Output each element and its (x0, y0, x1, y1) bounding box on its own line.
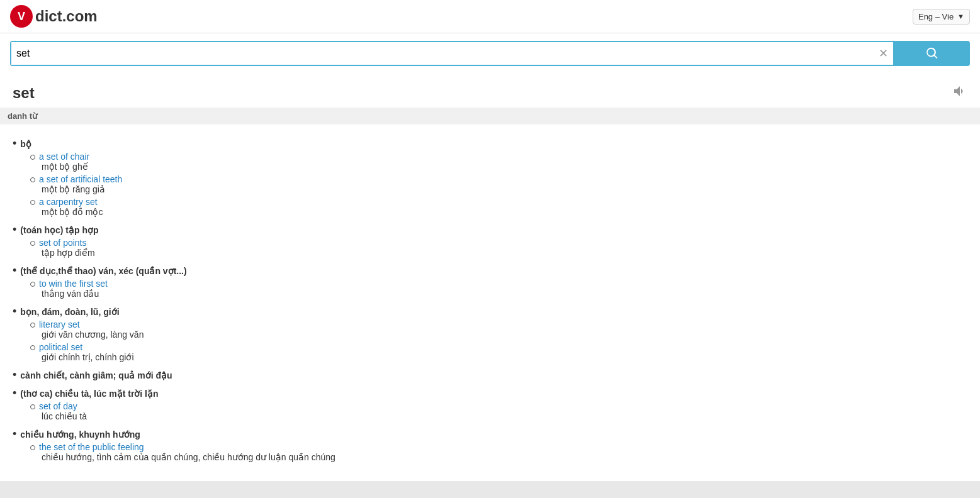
example-item: set of daylúc chiều tà (30, 400, 967, 423)
example-link[interactable]: the set of the public feeling (39, 442, 144, 452)
search-icon (925, 47, 939, 60)
example-link[interactable]: a set of artificial teeth (39, 174, 122, 184)
word-heading: set (13, 84, 35, 102)
def-label: bộ (20, 139, 31, 149)
example-item: to win the first setthắng ván đầu (30, 277, 967, 300)
example-translation: giới văn chương, làng văn (30, 329, 967, 340)
example-item: a set of artificial teethmột bộ răng giả (30, 173, 967, 196)
pos-header: danh từ (0, 108, 980, 124)
example-item: the set of the public feelingchiều hướng… (30, 441, 967, 463)
bullet-circle (30, 323, 35, 328)
word-title: set (13, 84, 967, 102)
sound-icon[interactable] (952, 84, 967, 102)
definition-item: •bọn, đám, đoàn, lũ, giớiliterary setgiớ… (13, 302, 967, 366)
def-label: chiều hướng, khuynh hướng (20, 429, 140, 440)
def-label: bọn, đám, đoàn, lũ, giới (20, 307, 119, 317)
bullet-circle (30, 345, 35, 350)
lang-selector[interactable]: Eng – Vie ▼ (913, 9, 970, 25)
example-link[interactable]: literary set (39, 319, 80, 329)
clear-button[interactable]: ✕ (874, 47, 893, 60)
lang-selector-label: Eng – Vie (918, 12, 954, 21)
example-link[interactable]: a set of chair (39, 152, 89, 162)
example-translation: chiều hướng, tình cảm của quần chúng, ch… (30, 452, 967, 462)
example-item: political setgiới chính trị, chính giới (30, 341, 967, 363)
example-link[interactable]: set of day (39, 401, 77, 411)
def-label: (thể dục,thể thao) ván, xéc (quần vợt...… (20, 266, 186, 276)
example-translation: lúc chiều tà (30, 411, 967, 421)
logo-icon: V (10, 5, 33, 28)
def-label: (toán học) tập hợp (20, 225, 98, 235)
example-link[interactable]: political set (39, 342, 82, 352)
example-translation: giới chính trị, chính giới (30, 352, 967, 362)
search-button[interactable] (894, 41, 970, 66)
bullet-circle (30, 282, 35, 287)
example-translation: tập hợp điểm (30, 248, 967, 258)
chevron-down-icon: ▼ (957, 13, 964, 20)
search-area: set ✕ (0, 33, 980, 74)
example-link[interactable]: a carpentry set (39, 197, 98, 207)
bullet-circle (30, 200, 35, 205)
def-label: (thơ ca) chiều tà, lúc mặt trời lặn (20, 389, 158, 399)
definition-item: •(thể dục,thể thao) ván, xéc (quần vợt..… (13, 262, 967, 302)
search-input[interactable]: set (11, 42, 874, 65)
example-translation: một bộ răng giả (30, 184, 967, 194)
example-item: a carpentry setmột bộ đồ mộc (30, 196, 967, 218)
main-content: set danh từ •bộa set of chairmột bộ ghếa… (0, 74, 980, 481)
logo: V dict.com (10, 5, 98, 28)
header: V dict.com Eng – Vie ▼ (0, 0, 980, 33)
example-translation: một bộ đồ mộc (30, 207, 967, 217)
bullet-circle (30, 404, 35, 409)
example-translation: thắng ván đầu (30, 289, 967, 299)
example-link[interactable]: to win the first set (39, 279, 108, 289)
example-item: set of pointstập hợp điểm (30, 236, 967, 259)
example-item: literary setgiới văn chương, làng văn (30, 318, 967, 341)
def-label: cành chiết, cành giâm; quả mới đậu (20, 370, 172, 380)
bullet-circle (30, 445, 35, 450)
example-item: a set of chairmột bộ ghế (30, 150, 967, 173)
definitions: •bộa set of chairmột bộ ghếa set of arti… (13, 130, 967, 471)
definition-item: •(toán học) tập hợpset of pointstập hợp … (13, 221, 967, 262)
definition-item: •cành chiết, cành giâm; quả mới đậu (13, 366, 967, 384)
definition-item: •chiều hướng, khuynh hướngthe set of the… (13, 425, 967, 466)
definition-item: •bộa set of chairmột bộ ghếa set of arti… (13, 135, 967, 221)
bullet-circle (30, 155, 35, 160)
definition-item: •(thơ ca) chiều tà, lúc mặt trời lặnset … (13, 384, 967, 425)
search-wrapper: set ✕ (10, 41, 894, 66)
bullet-circle (30, 241, 35, 246)
example-link[interactable]: set of points (39, 238, 87, 248)
example-translation: một bộ ghế (30, 162, 967, 172)
bullet-circle (30, 177, 35, 182)
logo-text: dict.com (35, 8, 98, 25)
